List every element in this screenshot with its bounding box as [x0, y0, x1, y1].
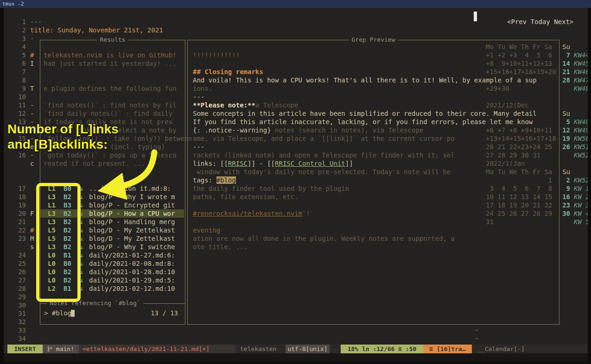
search-input[interactable]: > #blog	[44, 309, 71, 317]
annotation-highlight-box	[36, 183, 81, 302]
buffer-text: -	[30, 151, 34, 159]
buffer-text: T	[30, 84, 34, 93]
empty-line-tilde: ~	[475, 334, 478, 343]
line-number: 31	[9, 309, 26, 318]
calendar-day: 21	[559, 68, 570, 76]
line-number: 3	[9, 34, 26, 43]
buffer-text: -	[30, 109, 34, 118]
empty-line-tilde: ~	[475, 326, 478, 334]
tmux-title: tmux -2	[2, 1, 24, 7]
git-branch-icon	[47, 346, 52, 352]
buffer-text: I	[30, 59, 34, 68]
calendar-week-number: KW51	[574, 143, 588, 151]
calendar-week-number: KW 3	[574, 201, 588, 209]
calendar-day: Su	[559, 43, 570, 51]
calendar-week-number: KW50	[574, 134, 588, 143]
calendar-week-number: KW52	[574, 176, 588, 184]
line-number: 12	[9, 109, 26, 118]
line-number: 16	[9, 151, 26, 159]
calendar-day: 12	[559, 126, 570, 134]
calendar-week-number: KW45	[574, 59, 588, 68]
calendar-week-number: KW46	[574, 68, 588, 76]
window-separator-cursor	[474, 12, 477, 21]
line-number: 33	[9, 326, 26, 334]
calendar-day: 14	[559, 59, 570, 68]
line-number: 8	[9, 76, 26, 84]
calendar-day: 30	[559, 209, 570, 218]
calendar-day: 26	[559, 143, 570, 151]
project-name: telekasten	[235, 345, 286, 353]
line-number: 11	[9, 101, 26, 109]
annotation-text-line1: Number of [L]inks	[7, 122, 119, 137]
calendar-nav[interactable]: <Prev Today Next>	[507, 18, 573, 26]
grep-preview-panel: Grep Preview	[187, 40, 559, 325]
git-branch-label: main!	[52, 345, 74, 352]
calendar-week-number: KW 1	[574, 184, 588, 193]
calendar-week-number: KW52	[574, 151, 588, 159]
calendar-day: 2	[559, 176, 570, 184]
calendar-week-number: KW 4	[574, 209, 588, 218]
tmux-titlebar: tmux -2	[0, 0, 591, 8]
line-number	[9, 168, 26, 176]
result-counter: 13 / 13	[151, 309, 178, 317]
calendar-week-number: KW 2	[574, 193, 588, 201]
preview-panel-title: Grep Preview	[349, 36, 398, 44]
calendar-day: 28	[559, 76, 570, 84]
buffer-text: #	[30, 51, 34, 59]
prompt-panel[interactable]: Notes referencing `#blog` > #blog 13 / 1…	[40, 303, 185, 325]
line-number: 7	[9, 68, 26, 76]
calendar-buffer-label: __Calendar[-]	[472, 345, 588, 353]
line-number: 10	[9, 93, 26, 101]
calendar-day: 23	[559, 201, 570, 209]
filename: <ettelkasten/daily/2021-11-21.md[+]	[79, 345, 235, 353]
calendar-day: Su	[559, 168, 570, 176]
calendar-week-number: KW48	[574, 118, 588, 126]
annotation-text-line2: and [B]acklinks:	[7, 137, 108, 152]
line-number: 4	[9, 43, 26, 51]
line-number: 9	[9, 84, 26, 93]
statusline: INSERT main!<ettelkasten/daily/2021-11-2…	[4, 345, 588, 353]
line-number: 6	[9, 59, 26, 68]
text-cursor	[71, 310, 75, 317]
file-encoding: utf-8[unix]	[286, 345, 330, 353]
cursor-position: 18% ln :12/66 ≡ :50	[341, 345, 423, 353]
calendar-week-number: KW48	[574, 84, 588, 93]
line-number: 32	[9, 318, 26, 326]
calendar-week-number: KW47	[574, 76, 588, 84]
line-number: 34	[9, 334, 26, 343]
buffer-text: -	[30, 101, 34, 109]
calendar-day: 16	[559, 193, 570, 201]
buffer-text: -	[30, 34, 34, 43]
calendar-day: 9	[559, 184, 570, 193]
git-branch: main!	[43, 345, 79, 353]
results-panel-title: Results	[97, 36, 128, 44]
terminal: Results Notes referencing `#blog` > #blo…	[4, 8, 588, 362]
line-number: 30	[9, 301, 26, 309]
mode-message: -- INSERT --	[7, 362, 54, 362]
buffer-text: ---	[30, 18, 42, 26]
calendar-day: Su	[559, 109, 570, 118]
calendar-week-number: KW44	[574, 51, 588, 59]
line-number	[9, 176, 26, 184]
line-number: 29	[9, 293, 26, 301]
calendar-day: 5	[559, 118, 570, 126]
buffer-text: title: Sunday, November 21st, 2021	[30, 26, 163, 34]
line-number: 5	[9, 51, 26, 59]
line-number: 2	[9, 26, 26, 34]
buffer-text: c	[30, 159, 34, 168]
calendar-week-number: KW49	[574, 126, 588, 134]
command-line-area: -- INSERT --	[4, 353, 588, 362]
calendar-day: 19	[559, 134, 570, 143]
calendar-day: 7	[559, 51, 570, 59]
mode-indicator: INSERT	[7, 345, 43, 353]
calendar-week-number: KW 5	[574, 218, 588, 226]
line-number: 1	[9, 18, 26, 26]
line-number	[9, 159, 26, 168]
trailing-warning: ≡ [16]tra…	[423, 345, 472, 353]
